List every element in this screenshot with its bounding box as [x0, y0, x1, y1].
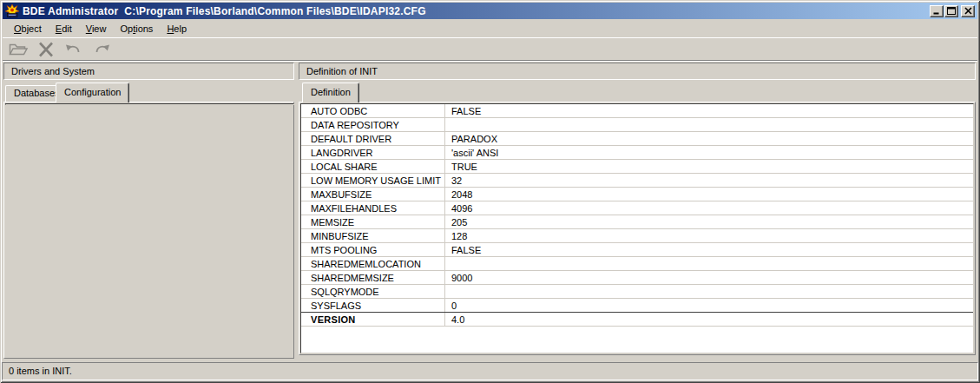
definition-value[interactable]: 2048: [445, 189, 973, 200]
definition-key: LOW MEMORY USAGE LIMIT: [301, 174, 445, 187]
redo-icon: [91, 40, 112, 59]
definition-row[interactable]: MAXFILEHANDLES 4096: [301, 201, 973, 215]
bde-administrator-window: BDE Administrator C:\Program Files\Borla…: [0, 0, 980, 383]
definition-key: SQLQRYMODE: [301, 285, 445, 298]
window-title: BDE Administrator C:\Program Files\Borla…: [23, 5, 930, 17]
minimize-icon: [932, 7, 941, 15]
definition-key: SHAREDMEMSIZE: [301, 271, 445, 284]
definition-table: AUTO ODBC FALSE DATA REPOSITORY DEFAULT …: [301, 104, 973, 327]
tab-definition[interactable]: Definition: [302, 83, 359, 102]
definition-key: SYSFLAGS: [301, 299, 445, 312]
close-icon: [964, 7, 972, 15]
configuration-tree: - Configurati: [6, 104, 293, 105]
definition-value[interactable]: PARADOX: [445, 134, 973, 144]
right-panel-header: Definition of INIT: [299, 63, 976, 80]
definition-row[interactable]: DATA REPOSITORY: [301, 118, 973, 132]
definition-key: SHAREDMEMLOCATION: [301, 257, 445, 270]
configuration-tree-pane: - Configurati: [5, 103, 294, 105]
bde-app-icon: [5, 4, 19, 18]
menu-item[interactable]: Edit: [49, 22, 79, 36]
definition-row[interactable]: DEFAULT DRIVER PARADOX: [301, 132, 973, 146]
tab-configuration[interactable]: Configuration: [56, 83, 129, 102]
definition-key: MINBUFSIZE: [301, 229, 445, 242]
definition-row[interactable]: AUTO ODBC FALSE: [301, 104, 973, 118]
redo-button[interactable]: [90, 39, 113, 59]
definition-row[interactable]: SQLQRYMODE: [301, 285, 973, 299]
definition-row[interactable]: MINBUFSIZE 128: [301, 229, 973, 243]
maximize-icon: [947, 7, 956, 15]
menu-item[interactable]: Options: [113, 22, 160, 36]
definition-row[interactable]: SHAREDMEMSIZE 9000: [301, 271, 973, 285]
definition-key: VERSION: [301, 313, 445, 326]
definition-value[interactable]: 128: [445, 231, 973, 241]
status-bar: 0 items in INIT.: [2, 362, 978, 380]
definition-page: AUTO ODBC FALSE DATA REPOSITORY DEFAULT …: [299, 102, 976, 355]
definition-row[interactable]: MEMSIZE 205: [301, 215, 973, 229]
definition-key: MEMSIZE: [301, 215, 445, 228]
open-button[interactable]: [7, 39, 30, 59]
toolbar-divider: [3, 60, 977, 62]
close-button[interactable]: [961, 5, 975, 17]
definition-key: MAXFILEHANDLES: [301, 201, 445, 215]
definition-value[interactable]: 4096: [445, 203, 973, 214]
definition-value[interactable]: FALSE: [445, 245, 973, 255]
definition-value[interactable]: 9000: [445, 273, 973, 283]
definition-row[interactable]: VERSION 4.0: [301, 313, 973, 327]
definition-row[interactable]: MTS POOLING FALSE: [301, 243, 973, 257]
definition-key: DATA REPOSITORY: [301, 118, 445, 131]
definition-key: AUTO ODBC: [301, 104, 445, 117]
menu-item[interactable]: Object: [7, 22, 49, 36]
definition-pane: AUTO ODBC FALSE DATA REPOSITORY DEFAULT …: [300, 103, 974, 353]
menu-item[interactable]: Help: [160, 22, 194, 36]
definition-key: DEFAULT DRIVER: [301, 132, 445, 145]
status-text: 0 items in INIT.: [9, 366, 72, 376]
definition-row[interactable]: LOCAL SHARE TRUE: [301, 160, 973, 174]
menu-item[interactable]: View: [79, 22, 114, 36]
definition-value[interactable]: TRUE: [445, 162, 973, 172]
maximize-button[interactable]: [944, 5, 958, 17]
open-folder-icon: [8, 40, 29, 59]
undo-icon: [63, 40, 84, 59]
definition-row[interactable]: SYSFLAGS 0: [301, 299, 973, 313]
delete-x-icon: [36, 40, 56, 59]
left-panel-header: Drivers and System: [3, 63, 294, 80]
definition-value[interactable]: 4.0: [445, 314, 973, 325]
undo-button[interactable]: [62, 39, 85, 59]
definition-row[interactable]: LOW MEMORY USAGE LIMIT 32: [301, 174, 973, 188]
definition-row[interactable]: MAXBUFSIZE 2048: [301, 188, 973, 201]
definition-row[interactable]: SHAREDMEMLOCATION: [301, 257, 973, 271]
definition-key: LANGDRIVER: [301, 146, 445, 159]
delete-button[interactable]: [35, 39, 57, 59]
definition-key: LOCAL SHARE: [301, 160, 445, 173]
definition-key: MTS POOLING: [301, 243, 445, 256]
menu-bar: ObjectEditViewOptionsHelp: [3, 20, 977, 36]
definition-key: MAXBUFSIZE: [301, 188, 445, 201]
toolbar: [3, 37, 977, 60]
definition-value[interactable]: 0: [445, 300, 973, 311]
definition-value[interactable]: 'ascii' ANSI: [445, 148, 973, 158]
title-bar: BDE Administrator C:\Program Files\Borla…: [3, 3, 977, 19]
definition-row[interactable]: LANGDRIVER 'ascii' ANSI: [301, 146, 973, 160]
definition-value[interactable]: FALSE: [445, 106, 973, 116]
configuration-page: - Configurati: [3, 102, 294, 359]
minimize-button[interactable]: [930, 5, 944, 17]
definition-value[interactable]: 32: [445, 175, 973, 186]
definition-value[interactable]: 205: [445, 217, 973, 228]
